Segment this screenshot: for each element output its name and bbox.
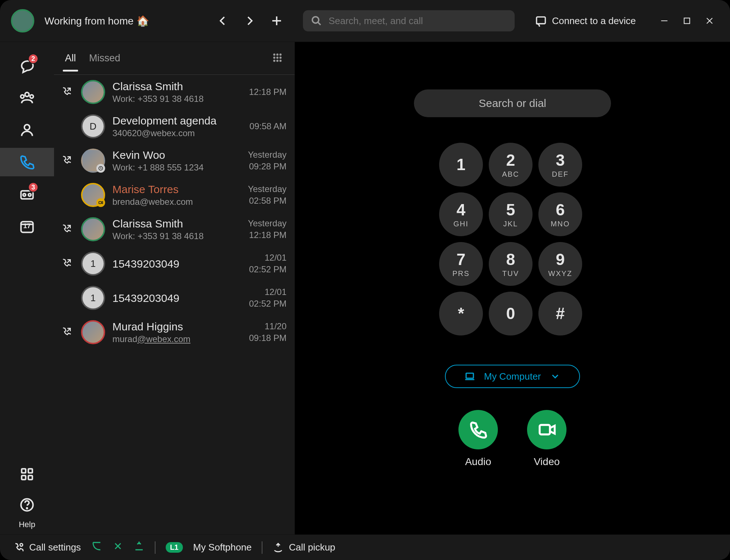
call-settings-button[interactable]: Call settings: [13, 542, 81, 553]
svg-rect-38: [540, 425, 550, 434]
tab-missed[interactable]: Missed: [89, 53, 120, 71]
keypad-key-*[interactable]: *: [439, 292, 483, 335]
status-label[interactable]: Working from home 🏠: [45, 15, 149, 27]
call-row[interactable]: Murad Higginsmurad@webex.com11/2009:18 P…: [54, 315, 295, 349]
forward-button[interactable]: [239, 11, 260, 31]
video-icon: [537, 420, 556, 439]
dial-keypad: 12ABC3DEF4GHI5JKL6MNO7PRS8TUV9WXYZ*0#: [439, 143, 586, 339]
outgoing-call-icon: [61, 223, 72, 235]
keypad-key-0[interactable]: 0: [489, 292, 533, 335]
call-buttons: Audio Video: [458, 410, 566, 468]
call-row[interactable]: DDevelopment agenda340620@webex.com09:58…: [54, 109, 295, 143]
window-close[interactable]: [700, 11, 719, 30]
svg-rect-20: [22, 476, 26, 480]
call-row[interactable]: Clarissa SmithWork: +353 91 38 4618Yeste…: [54, 212, 295, 246]
rail-bottom: Help: [13, 460, 41, 534]
contact-detail: Work: +353 91 38 4618: [112, 94, 242, 104]
rail-help[interactable]: [13, 491, 41, 519]
minimize-icon: [660, 16, 669, 26]
dial-search-field[interactable]: Search or dial: [414, 89, 611, 117]
keypad-key-7[interactable]: 7PRS: [439, 242, 483, 286]
nav-buttons: [212, 11, 287, 31]
window-minimize[interactable]: [655, 11, 674, 30]
keypad-digit: 7: [457, 250, 465, 269]
global-search[interactable]: [303, 10, 515, 31]
keypad-key-8[interactable]: 8TUV: [489, 242, 533, 286]
phone-line-icon-1[interactable]: [91, 541, 102, 554]
nav-rail: 2 3 17: [0, 42, 54, 534]
call-info: Development agenda340620@webex.com: [112, 115, 242, 138]
self-avatar[interactable]: [11, 9, 34, 32]
dialpad-icon: [271, 51, 284, 64]
keypad-key-4[interactable]: 4GHI: [439, 192, 483, 236]
call-pickup-icon: [273, 542, 284, 553]
contact-detail: murad@webex.com: [112, 334, 242, 344]
keypad-digit: 6: [556, 201, 565, 219]
svg-rect-34: [99, 202, 101, 204]
chevron-down-icon: [550, 371, 561, 382]
rail-calling[interactable]: [0, 148, 54, 176]
call-row[interactable]: 11543920304912/0102:52 PM: [54, 281, 295, 315]
call-row[interactable]: 11543920304912/0102:52 PM: [54, 246, 295, 281]
keypad-digit: 1: [457, 156, 465, 174]
tab-all[interactable]: All: [65, 53, 76, 71]
audio-call-button[interactable]: Audio: [458, 410, 498, 468]
rail-contacts[interactable]: [13, 116, 41, 144]
contact-name: Kevin Woo: [112, 149, 241, 161]
device-selector[interactable]: My Computer: [445, 365, 580, 388]
svg-point-9: [25, 92, 29, 96]
svg-point-31: [277, 60, 278, 62]
call-row[interactable]: Marise Torresbrenda@webex.comYesterday02…: [54, 178, 295, 212]
svg-point-12: [24, 124, 30, 130]
svg-point-15: [28, 193, 31, 196]
add-button[interactable]: [266, 11, 287, 31]
video-badge-icon: [96, 198, 105, 207]
keypad-letters: GHI: [453, 220, 469, 228]
rail-calendar[interactable]: 17: [13, 212, 41, 241]
call-time: 12:18 PM: [249, 86, 287, 98]
phone-line-icon-2[interactable]: [112, 541, 123, 554]
rail-apps[interactable]: [13, 460, 41, 488]
cast-icon: [535, 15, 547, 27]
call-row[interactable]: Clarissa SmithWork: +353 91 38 461812:18…: [54, 75, 295, 109]
close-icon: [705, 16, 714, 26]
keypad-key-6[interactable]: 6MNO: [538, 192, 582, 236]
keypad-key-3[interactable]: 3DEF: [538, 143, 582, 187]
phone-icon: [469, 420, 488, 439]
phone-line-icon-3[interactable]: [134, 541, 145, 554]
separator: [262, 541, 262, 554]
keypad-key-#[interactable]: #: [538, 292, 582, 335]
window-maximize[interactable]: [677, 11, 696, 30]
rail-chat[interactable]: 2: [13, 51, 41, 80]
keypad-letters: MNO: [551, 220, 570, 228]
call-row[interactable]: Kevin WooWork: +1 888 555 1234Yesterday0…: [54, 143, 295, 178]
contact-avatar: [81, 217, 105, 241]
keypad-key-1[interactable]: 1: [439, 143, 483, 187]
video-call-button[interactable]: Video: [527, 410, 566, 468]
softphone-label[interactable]: My Softphone: [193, 542, 251, 553]
person-icon: [19, 122, 35, 138]
global-search-input[interactable]: [328, 15, 507, 27]
call-info: 15439203049: [112, 258, 242, 270]
voicemail-badge: 3: [28, 182, 38, 192]
call-settings-icon: [13, 542, 24, 553]
call-pickup-label: Call pickup: [289, 542, 335, 553]
connect-device-button[interactable]: Connect to a device: [535, 15, 636, 27]
keypad-key-9[interactable]: 9WXYZ: [538, 242, 582, 286]
call-pickup-button[interactable]: Call pickup: [273, 542, 335, 553]
contact-detail: brenda@webex.com: [112, 197, 241, 207]
rail-teams[interactable]: [13, 84, 41, 112]
svg-point-29: [280, 57, 281, 58]
svg-point-32: [280, 60, 281, 62]
keypad-key-2[interactable]: 2ABC: [489, 143, 533, 187]
separator: [155, 541, 155, 554]
rail-voicemail[interactable]: 3: [13, 180, 41, 208]
svg-rect-18: [22, 469, 26, 473]
call-direction: [59, 326, 74, 338]
open-dialpad-button[interactable]: [271, 51, 284, 65]
contact-detail: Work: +1 888 555 1234: [112, 162, 241, 173]
keypad-key-5[interactable]: 5JKL: [489, 192, 533, 236]
back-button[interactable]: [212, 11, 233, 31]
contact-avatar: [81, 183, 105, 207]
contact-name: Marise Torres: [112, 183, 241, 195]
